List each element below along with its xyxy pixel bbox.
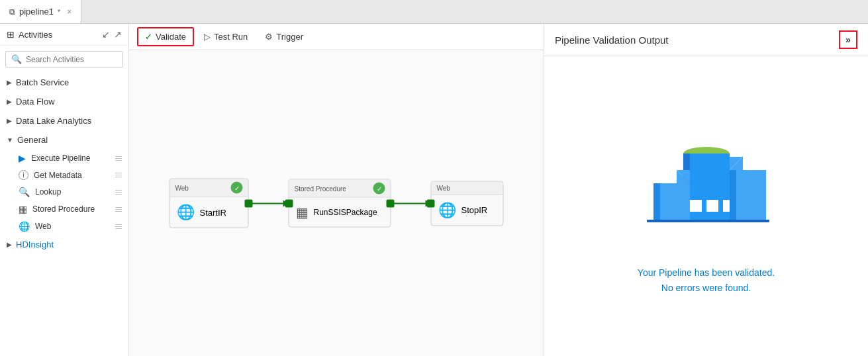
test-run-button[interactable]: ▷ Test Run bbox=[197, 28, 255, 46]
trigger-button[interactable]: ⚙ Trigger bbox=[258, 28, 311, 46]
hdinsight-header[interactable]: ▶ HDInsight bbox=[0, 235, 128, 254]
trigger-icon: ⚙ bbox=[265, 32, 273, 42]
sidebar-section-data-lake: ▶ Data Lake Analytics bbox=[0, 111, 128, 130]
ssis-label: RunSSISPackage bbox=[314, 208, 377, 217]
stopir-label: StopIR bbox=[461, 205, 488, 215]
svg-rect-11 bbox=[690, 200, 702, 212]
sidebar-section-batch-service: ▶ Batch Service bbox=[0, 73, 128, 92]
startir-type: Web bbox=[175, 184, 189, 191]
search-icon: 🔍 bbox=[11, 54, 22, 64]
sidebar-item-stored-procedure[interactable]: ▦ Stored Procedure bbox=[0, 200, 128, 218]
right-panel: Pipeline Validation Output » bbox=[544, 24, 868, 356]
stopir-body: 🌐 StopIR bbox=[432, 195, 503, 225]
tab-close[interactable]: × bbox=[67, 7, 72, 17]
batch-service-label: Batch Service bbox=[16, 77, 69, 87]
arrow-startir-to-ssis bbox=[249, 202, 289, 204]
ssis-activity-icon: ▦ bbox=[296, 204, 309, 220]
stopir-activity-icon: 🌐 bbox=[438, 201, 456, 218]
hdinsight-chevron: ▶ bbox=[7, 241, 12, 248]
ssis-success-badge: ✓ bbox=[373, 183, 385, 195]
validate-label: Validate bbox=[156, 32, 186, 42]
general-items: ▶ Execute Pipeline i Get Metadata bbox=[0, 150, 128, 235]
general-chevron: ▼ bbox=[7, 136, 13, 144]
toolbar: ✓ Validate ▷ Test Run ⚙ Trigger bbox=[129, 24, 544, 50]
factory-illustration bbox=[640, 117, 773, 249]
right-panel-title: Pipeline Validation Output bbox=[555, 34, 669, 46]
stopir-header: Web bbox=[432, 181, 503, 195]
execute-pipeline-icon: ▶ bbox=[19, 153, 26, 163]
canvas-area: ✓ Validate ▷ Test Run ⚙ Trigger Web bbox=[129, 24, 544, 356]
main-layout: ⊞ Activities ↙ ↗ 🔍 ▶ Batch Service ▶ Dat… bbox=[0, 24, 868, 356]
sidebar-item-web[interactable]: 🌐 Web bbox=[0, 218, 128, 235]
sidebar-section-data-flow: ▶ Data Flow bbox=[0, 92, 128, 111]
drag-handle-execute-pipeline bbox=[115, 156, 122, 161]
collapse-icon[interactable]: ↙ bbox=[102, 29, 110, 40]
panel-collapse-button[interactable]: » bbox=[839, 30, 857, 49]
sidebar-section-general: ▼ General ▶ Execute Pipeline bbox=[0, 130, 128, 235]
arrow-line-1 bbox=[249, 202, 289, 204]
pipeline-icon: ⧉ bbox=[9, 7, 15, 17]
get-metadata-label: Get Metadata bbox=[34, 171, 82, 180]
batch-service-header[interactable]: ▶ Batch Service bbox=[0, 73, 128, 92]
web-left: 🌐 Web bbox=[19, 221, 51, 232]
startir-node-container: Web ✓ 🌐 StartIR bbox=[169, 179, 249, 228]
sidebar-item-lookup[interactable]: 🔍 Lookup bbox=[0, 183, 128, 200]
data-flow-label: Data Flow bbox=[16, 97, 55, 107]
startir-success-badge: ✓ bbox=[231, 182, 243, 194]
ssis-node[interactable]: Stored Procedure ✓ ▦ RunSSISPackage bbox=[289, 179, 391, 228]
tab-title: pipeline1 bbox=[19, 7, 54, 17]
stopir-node[interactable]: Web 🌐 StopIR bbox=[431, 181, 504, 226]
svg-rect-4 bbox=[653, 183, 660, 220]
validation-line1: Your Pipeline has been validated. bbox=[638, 265, 775, 280]
data-lake-label: Data Lake Analytics bbox=[16, 116, 91, 126]
ssis-node-container: Stored Procedure ✓ ▦ RunSSISPackage bbox=[289, 179, 391, 228]
validate-icon: ✓ bbox=[145, 32, 152, 42]
hdinsight-label: HDInsight bbox=[16, 240, 54, 249]
startir-node[interactable]: Web ✓ 🌐 StartIR bbox=[169, 179, 249, 228]
svg-rect-12 bbox=[706, 200, 718, 212]
validation-line2: No errors were found. bbox=[638, 281, 775, 295]
startir-output-port bbox=[245, 199, 249, 207]
validate-button[interactable]: ✓ Validate bbox=[137, 27, 194, 46]
stored-procedure-icon: ▦ bbox=[19, 204, 27, 214]
data-flow-header[interactable]: ▶ Data Flow bbox=[0, 92, 128, 111]
pipeline-tab[interactable]: ⧉ pipeline1 * × bbox=[0, 0, 81, 23]
ssis-input-port bbox=[285, 199, 293, 207]
activities-icon: ⊞ bbox=[7, 29, 15, 40]
search-input[interactable] bbox=[26, 55, 117, 64]
drag-handle-web bbox=[115, 224, 122, 229]
startir-header: Web ✓ bbox=[170, 179, 248, 197]
tab-bar: ⧉ pipeline1 * × bbox=[0, 0, 868, 24]
batch-service-chevron: ▶ bbox=[7, 79, 12, 86]
stored-procedure-left: ▦ Stored Procedure bbox=[19, 204, 95, 214]
execute-pipeline-label: Execute Pipeline bbox=[31, 154, 90, 163]
drag-handle-stored-procedure bbox=[115, 207, 122, 212]
tab-modified: * bbox=[58, 8, 60, 16]
lookup-label: Lookup bbox=[35, 187, 61, 197]
test-run-label: Test Run bbox=[214, 32, 248, 42]
arrow-ssis-to-stopir bbox=[391, 202, 431, 204]
web-label: Web bbox=[35, 222, 51, 231]
pipeline-flow: Web ✓ 🌐 StartIR bbox=[169, 179, 504, 228]
expand-icon[interactable]: ↗ bbox=[114, 29, 122, 40]
lookup-icon: 🔍 bbox=[19, 187, 30, 197]
trigger-label: Trigger bbox=[276, 32, 303, 42]
validation-message: Your Pipeline has been validated. No err… bbox=[638, 265, 775, 295]
test-run-icon: ▷ bbox=[204, 32, 211, 42]
svg-rect-13 bbox=[723, 200, 730, 212]
sidebar-item-get-metadata[interactable]: i Get Metadata bbox=[0, 167, 128, 183]
sidebar-header-left: ⊞ Activities bbox=[7, 29, 52, 40]
web-icon: 🌐 bbox=[19, 221, 30, 232]
general-header[interactable]: ▼ General bbox=[0, 130, 128, 150]
sidebar-item-execute-pipeline[interactable]: ▶ Execute Pipeline bbox=[0, 150, 128, 167]
svg-rect-14 bbox=[647, 220, 769, 222]
data-lake-header[interactable]: ▶ Data Lake Analytics bbox=[0, 111, 128, 130]
svg-rect-8 bbox=[730, 170, 736, 220]
stopir-node-container: Web 🌐 StopIR bbox=[431, 181, 504, 226]
panel-content: Your Pipeline has been validated. No err… bbox=[544, 56, 868, 356]
activities-label: Activities bbox=[19, 30, 52, 40]
startir-body: 🌐 StartIR bbox=[170, 197, 248, 228]
ssis-type: Stored Procedure bbox=[295, 185, 346, 192]
stopir-type: Web bbox=[437, 184, 450, 191]
ssis-output-port bbox=[387, 199, 395, 207]
